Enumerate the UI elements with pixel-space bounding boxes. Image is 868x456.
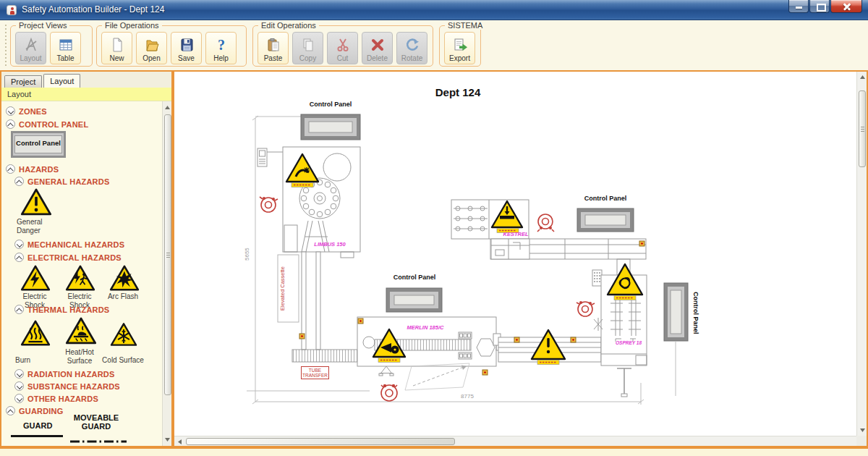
scroll-up-icon[interactable] — [859, 74, 866, 80]
hot-surface-triangle-icon[interactable] — [65, 316, 97, 348]
category-general-hazards[interactable]: GENERAL HAZARDS — [14, 177, 109, 186]
control-panel-palette-item[interactable]: Control Panel — [11, 131, 66, 158]
burn-triangle-icon[interactable] — [20, 319, 51, 350]
cut-button[interactable]: Cut — [327, 32, 358, 64]
chevron-up-icon[interactable] — [14, 177, 24, 186]
maximize-button[interactable] — [809, 0, 830, 13]
canvas-hscroll-thumb[interactable] — [186, 438, 455, 445]
chevron-down-icon[interactable] — [6, 106, 15, 116]
new-button[interactable]: New — [101, 32, 132, 64]
category-other-hazards[interactable]: OTHER HAZARDS — [14, 394, 98, 403]
control-panel-box-1 — [301, 114, 360, 140]
scroll-down-icon[interactable] — [164, 436, 171, 443]
control-panel-box-3 — [386, 288, 442, 312]
limbus-label: LIMBUS 150 — [297, 241, 362, 248]
tube-transfer-label: TUBE TRANSFER — [301, 366, 329, 379]
control-panel-label-1: Control Panel — [294, 101, 367, 108]
chevron-down-icon[interactable] — [14, 369, 24, 379]
control-panel-label-3: Control Panel — [378, 274, 451, 281]
merlin-label: MERLIN 185/C — [393, 324, 458, 331]
paste-button[interactable]: Paste — [258, 32, 289, 64]
layout-canvas[interactable]: Dept 124 Control Panel Control Panel Con… — [173, 70, 868, 447]
kestrel-label: KESTREL — [487, 231, 545, 237]
save-button[interactable]: Save — [171, 32, 202, 64]
electric-shock-person-triangle-icon[interactable] — [65, 264, 95, 295]
minimize-button[interactable] — [788, 0, 809, 13]
delete-button[interactable]: Delete — [362, 32, 393, 64]
group-file-operations: File Operations New Open — [96, 25, 247, 67]
chevron-up-icon[interactable] — [6, 164, 15, 174]
canvas-horizontal-scrollbar[interactable] — [174, 436, 856, 446]
chevron-up-icon[interactable] — [14, 305, 24, 314]
cold-surface-triangle-icon[interactable] — [110, 322, 137, 350]
scroll-up-icon[interactable] — [164, 104, 171, 111]
tube-conveyor-drawing[interactable] — [292, 350, 362, 362]
category-hazards[interactable]: HAZARDS — [6, 164, 59, 174]
guard-line-sample[interactable] — [11, 435, 63, 437]
palette-sidebar: Project Layout Layout ZONES CONTROL PANE… — [0, 70, 173, 447]
moveable-guard-palette-label: MOVEABLE GUARD — [70, 414, 122, 431]
help-button[interactable]: ? Help — [205, 32, 237, 64]
rotate-button[interactable]: Rotate — [396, 32, 427, 64]
scrollbar-corner — [856, 436, 867, 446]
chevron-down-icon[interactable] — [14, 381, 24, 391]
group-label: Project Views — [16, 21, 69, 30]
paste-clipboard-icon — [265, 35, 281, 54]
layout-view-button[interactable]: Layout — [15, 32, 46, 64]
palette-item-label: Cold Surface — [101, 356, 145, 365]
toolbar-ribbon: Project Views Layout Table — [0, 20, 868, 70]
electric-shock-bolt-triangle-icon[interactable] — [20, 264, 51, 295]
cut-scissors-icon — [335, 35, 351, 54]
group-sistema: SISTEMA Export — [439, 25, 481, 67]
category-electrical-hazards[interactable]: ELECTRICAL HAZARDS — [14, 253, 122, 262]
new-file-icon — [109, 35, 125, 54]
sidebar-tabs: Project Layout — [1, 72, 171, 88]
category-zones[interactable]: ZONES — [6, 106, 47, 116]
table-view-icon — [58, 35, 74, 54]
open-button[interactable]: Open — [136, 32, 167, 64]
scroll-down-icon[interactable] — [859, 427, 866, 434]
copy-button[interactable]: Copy — [292, 32, 323, 64]
main-area: Project Layout Layout ZONES CONTROL PANE… — [0, 70, 868, 447]
group-label: File Operations — [102, 21, 162, 30]
table-view-button[interactable]: Table — [50, 32, 81, 64]
category-radiation-hazards[interactable]: RADIATION HAZARDS — [14, 369, 115, 379]
sidebar-scroll-thumb[interactable] — [164, 114, 171, 395]
osprey-label: OSPREY 18 — [603, 340, 654, 345]
chevron-down-icon[interactable] — [14, 240, 24, 249]
drawing-title: Dept 124 — [407, 86, 509, 98]
tab-project[interactable]: Project — [4, 75, 42, 88]
open-folder-icon — [144, 35, 160, 54]
tab-layout[interactable]: Layout — [43, 74, 80, 88]
canvas-vscroll-thumb[interactable] — [859, 90, 866, 167]
chevron-up-icon[interactable] — [6, 406, 15, 415]
control-panel-label-2: Control Panel — [569, 195, 642, 202]
dimension-width-label: 8775 — [449, 393, 485, 400]
svg-text:?: ? — [218, 37, 225, 53]
chevron-up-icon[interactable] — [6, 119, 15, 129]
sidebar-panel-header: Layout — [1, 88, 171, 101]
sidebar-scrollbar[interactable] — [162, 101, 171, 446]
scroll-left-icon[interactable] — [176, 439, 183, 445]
moveable-guard-line-sample[interactable] — [70, 434, 127, 446]
category-mechanical-hazards[interactable]: MECHANICAL HAZARDS — [14, 240, 124, 249]
canvas-vertical-scrollbar[interactable] — [856, 72, 867, 436]
export-button[interactable]: Export — [444, 32, 475, 64]
category-guarding[interactable]: GUARDING — [6, 406, 64, 415]
arc-flash-triangle-icon[interactable] — [109, 264, 140, 295]
close-button[interactable] — [830, 0, 862, 13]
rotate-arrow-icon — [404, 35, 420, 54]
group-project-views: Project Views Layout Table — [10, 25, 93, 67]
hand-hazard-icon — [537, 214, 554, 232]
chevron-up-icon[interactable] — [14, 253, 24, 262]
chevron-down-icon[interactable] — [14, 394, 24, 403]
export-icon — [452, 35, 468, 54]
category-thermal-hazards[interactable]: THERMAL HAZARDS — [14, 305, 109, 314]
control-panel-box-2 — [577, 208, 634, 232]
category-substance-hazards[interactable]: SUBSTANCE HAZARDS — [14, 381, 120, 391]
guard-palette-label: GUARD — [23, 422, 52, 431]
layout-view-icon — [23, 35, 39, 54]
general-danger-triangle-icon[interactable] — [20, 187, 52, 219]
palette-item-label: Burn — [15, 356, 30, 365]
category-control-panel[interactable]: CONTROL PANEL — [6, 119, 88, 129]
